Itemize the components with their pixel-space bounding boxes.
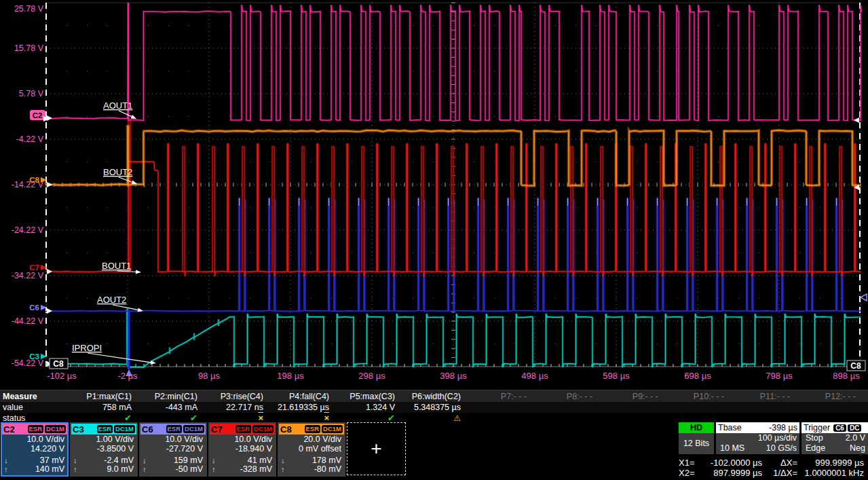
add-channel-box[interactable]: +	[347, 422, 406, 475]
channel-marker-label-c6[interactable]: C6	[29, 303, 39, 312]
channel-badge-dc1m: DC1M	[183, 425, 204, 433]
channel-badge-dc1m: DC1M	[114, 425, 135, 433]
x-axis-label: -2 µs	[117, 371, 138, 381]
measure-col-label-p2[interactable]: P2:min(C1)	[133, 392, 199, 401]
hd-bits: 12 Bits	[679, 433, 714, 454]
measure-col-label-p11[interactable]: P11:- - -	[725, 392, 791, 401]
x-axis-label: -102 µs	[47, 371, 77, 381]
wave-label-aout2: AOUT2	[97, 295, 126, 305]
channel-marker-label-c7[interactable]: C7	[29, 263, 39, 272]
tbase-samplerate: 10 GS/s	[766, 443, 797, 454]
channel-box-header: C2ESRDC1M	[2, 424, 67, 435]
timebase-box[interactable]: Tbase -398 µs 100 µs/div 10 MS 10 GS/s	[716, 422, 799, 454]
channel-max-value: -50 mV	[176, 465, 203, 474]
channel-badge-dc1m: DC1M	[45, 425, 66, 433]
channel-box-c3[interactable]: C3ESRDC1M1.00 V/div-3.8500 V↓-2.4 mV↑9.0…	[70, 422, 138, 477]
invdx-label: 1/ΔX=	[762, 468, 797, 478]
channel-id-label: C8	[280, 424, 303, 435]
measure-col-label-p10[interactable]: P10:- - -	[660, 392, 725, 401]
wave-label-bout2: BOUT2	[103, 167, 132, 177]
channel-min-arrow-icon: ↓	[281, 456, 285, 465]
channel-badge-dc1m: DC1M	[252, 425, 273, 433]
value-row-label: value	[0, 403, 67, 412]
channel-max-value: 140 mV	[35, 465, 64, 474]
x-axis-label: 498 µs	[521, 371, 548, 381]
channel-id-label: C2	[3, 424, 26, 435]
y-axis-label: 15.78 V	[14, 43, 44, 53]
x1-label: X1=	[679, 458, 701, 468]
channel-box-c8[interactable]: C8ESRDC1M20.0 V/div0 mV offset↓178 mV↑-8…	[278, 422, 345, 477]
plus-icon: +	[371, 439, 381, 458]
channel-min-arrow-icon: ↓	[212, 456, 216, 465]
channel-marker-label: C2	[33, 111, 43, 119]
channel-max-arrow-icon: ↑	[4, 465, 8, 474]
channel-id-label: C7	[211, 424, 234, 435]
tbase-label: Tbase	[718, 423, 742, 432]
status-row-label: status	[0, 413, 67, 423]
measure-value-p6: 5.348375 µs	[396, 403, 462, 412]
x-axis-label: 598 µs	[603, 371, 630, 381]
channel-min-arrow-icon: ↓	[73, 456, 77, 465]
status-ok-icon: ✔	[190, 413, 197, 423]
measure-col-label-p4[interactable]: P4:fall(C4)	[265, 392, 331, 401]
x1-value: -102.0000 µs	[701, 458, 762, 468]
invdx-value: 1.0000001 kHz	[797, 468, 868, 478]
clip-indicator-label: C8	[850, 361, 861, 371]
wave-label-aout1: AOUT1	[103, 100, 132, 111]
measure-col-label-p8[interactable]: P8:- - -	[528, 392, 594, 401]
status-warn-icon: ⚠	[453, 413, 461, 423]
channel-vdiv: 10.0 V/div	[140, 435, 206, 444]
channel-marker-label-c8[interactable]: C8	[29, 176, 39, 184]
trigger-badge-c6: C6	[833, 424, 846, 432]
oscilloscope-screen: 25.78 V15.78 V5.78 V-4.22 V-14.22 V-24.2…	[0, 0, 868, 480]
measure-status-p5: ✔	[331, 413, 396, 423]
x-axis-label: 398 µs	[440, 371, 467, 381]
x-axis-label: 98 µs	[198, 371, 221, 381]
status-ok-icon: ✔	[124, 413, 132, 423]
channel-box-header: C8ESRDC1M	[279, 424, 344, 435]
y-axis-label: 5.78 V	[19, 89, 44, 98]
trigger-type: Edge	[806, 443, 825, 454]
channel-vdiv: 10.0 V/div	[2, 435, 67, 444]
channel-id-label: C6	[142, 424, 165, 435]
x2-value: 897.9999 µs	[701, 468, 762, 478]
channel-box-c2[interactable]: C2ESRDC1M10.0 V/div14.220 V↓37 mV↑140 mV	[1, 422, 69, 477]
trigger-badge-dc: DC	[848, 424, 861, 432]
wave-label-ipropi: IPROPI	[72, 343, 102, 353]
channel-offset: 14.220 V	[2, 444, 67, 454]
measure-col-label-p7[interactable]: P7:- - -	[462, 392, 528, 401]
hd-mode-box[interactable]: HD 12 Bits	[679, 422, 714, 454]
measure-table: Measure P1:max(C1)P2:min(C1)P3:rise(C4)P…	[0, 390, 868, 423]
cursor-readout: X1= -102.0000 µs ΔX= 999.9999 µs X2= 897…	[679, 458, 868, 478]
waveform-display[interactable]: 25.78 V15.78 V5.78 V-4.22 V-14.22 V-24.2…	[0, 0, 868, 387]
dx-value: 999.9999 µs	[797, 458, 868, 468]
channel-badge-esr: ESR	[305, 425, 321, 433]
trigger-mode: Stop	[806, 433, 823, 443]
measure-col-label-p5[interactable]: P5:max(C3)	[331, 392, 396, 401]
channel-badge-esr: ESR	[235, 425, 252, 433]
channel-badge-esr: ESR	[97, 425, 113, 433]
x-axis-label: 698 µs	[684, 371, 711, 381]
channel-marker-label-c3[interactable]: C3	[29, 352, 39, 361]
channel-box-c6[interactable]: C6ESRDC1M10.0 V/div-27.720 V↓159 mV↑-50 …	[139, 422, 207, 477]
y-axis-label: -4.22 V	[16, 134, 44, 144]
trigger-box[interactable]: Trigger C6DC Stop 2.0 V Edge Neg	[801, 422, 868, 454]
hd-label: HD	[679, 422, 714, 433]
measure-col-label-p12[interactable]: P12:- - -	[791, 392, 857, 401]
y-axis-label: -34.22 V	[12, 271, 44, 280]
channel-badge-esr: ESR	[28, 425, 44, 433]
wave-label-bout1: BOUT1	[102, 261, 131, 271]
x2-label: X2=	[679, 468, 701, 478]
measure-col-label-p1[interactable]: P1:max(C1)	[67, 392, 133, 401]
channel-box-c7[interactable]: C7ESRDC1M10.0 V/div-18.940 V↓41 mV↑-328 …	[208, 422, 276, 477]
channel-offset: -3.8500 V	[71, 444, 136, 454]
channel-max-arrow-icon: ↑	[281, 465, 285, 474]
x-axis-label: 898 µs	[833, 371, 860, 381]
measure-value-p5: 1.324 V	[331, 403, 396, 412]
measure-col-label-p9[interactable]: P9:- - -	[594, 392, 660, 401]
measure-col-label-p6[interactable]: P6:width(C2)	[396, 392, 462, 401]
y-axis-label: -24.22 V	[12, 225, 44, 235]
measure-status-p2: ✔	[133, 413, 199, 423]
measure-col-label-p3[interactable]: P3:rise(C4)	[199, 392, 265, 401]
x-axis-label: 298 µs	[358, 371, 385, 381]
